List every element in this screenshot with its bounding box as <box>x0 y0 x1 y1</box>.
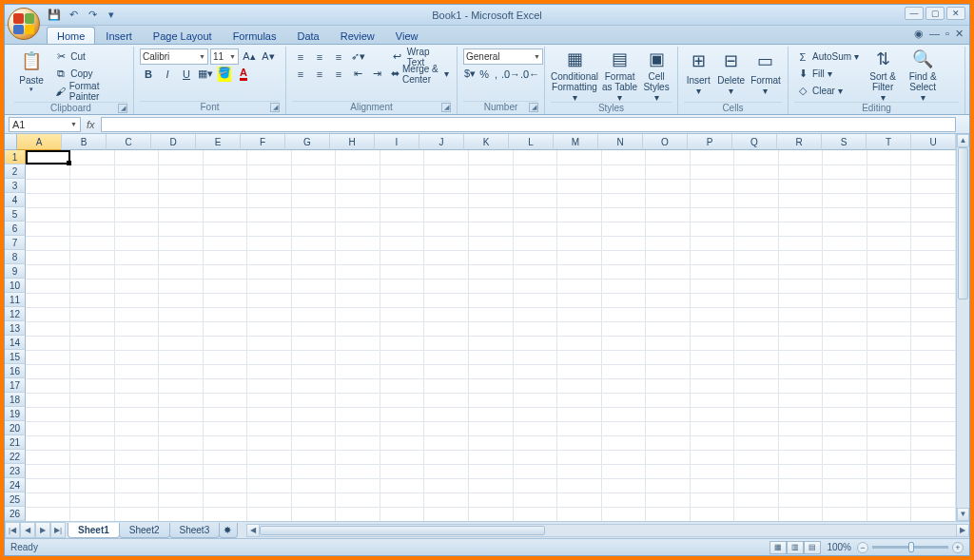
cell[interactable] <box>646 393 691 407</box>
column-header[interactable]: G <box>285 134 330 150</box>
cell[interactable] <box>203 222 247 236</box>
cell[interactable] <box>911 164 956 179</box>
cell[interactable] <box>247 193 292 207</box>
cell[interactable] <box>513 193 557 207</box>
cell[interactable] <box>911 350 956 364</box>
cell[interactable] <box>114 264 159 279</box>
cell[interactable] <box>513 250 557 264</box>
cell[interactable] <box>778 350 823 364</box>
cell[interactable] <box>646 492 691 507</box>
cell[interactable] <box>380 407 424 421</box>
cell[interactable] <box>646 179 691 193</box>
cell[interactable] <box>601 193 646 207</box>
cell[interactable] <box>911 307 956 321</box>
cell[interactable] <box>690 193 734 207</box>
cell[interactable] <box>601 264 646 279</box>
cell[interactable] <box>247 179 292 193</box>
cell[interactable] <box>867 478 911 492</box>
cell[interactable] <box>867 378 911 393</box>
cell[interactable] <box>513 378 557 393</box>
cell[interactable] <box>513 264 557 279</box>
cell[interactable] <box>468 350 513 364</box>
cell[interactable] <box>114 450 159 464</box>
format-painter-button[interactable]: 🖌Format Painter <box>52 83 127 99</box>
sheet-tab[interactable]: Sheet2 <box>119 523 170 538</box>
cell[interactable] <box>424 350 469 364</box>
vscroll-thumb[interactable] <box>958 147 968 299</box>
cell[interactable] <box>26 307 70 321</box>
cell[interactable] <box>823 150 867 164</box>
column-header[interactable]: D <box>151 134 196 150</box>
cell[interactable] <box>70 492 115 507</box>
tab-home[interactable]: Home <box>47 27 95 44</box>
cell[interactable] <box>70 250 115 264</box>
align-top-icon[interactable]: ≡ <box>292 48 309 65</box>
find-select-button[interactable]: 🔍Find & Select ▾ <box>905 48 941 102</box>
cell[interactable] <box>26 492 70 507</box>
cell[interactable] <box>26 193 70 207</box>
cell[interactable] <box>26 222 70 236</box>
italic-button[interactable]: I <box>159 66 176 82</box>
cell[interactable] <box>70 507 115 521</box>
column-header[interactable]: B <box>62 134 107 150</box>
cell[interactable] <box>159 450 204 464</box>
cell[interactable] <box>468 435 513 450</box>
cell[interactable] <box>601 478 646 492</box>
cell[interactable] <box>159 464 204 478</box>
cell[interactable] <box>646 378 691 393</box>
cell[interactable] <box>291 464 336 478</box>
cell[interactable] <box>336 492 380 507</box>
cell[interactable] <box>424 222 469 236</box>
cell[interactable] <box>734 435 779 450</box>
cell[interactable] <box>734 321 779 336</box>
cell[interactable] <box>601 421 646 435</box>
cell[interactable] <box>690 236 734 250</box>
cell[interactable] <box>159 421 204 435</box>
row-header[interactable]: 15 <box>5 350 26 364</box>
cell[interactable] <box>114 478 159 492</box>
cell[interactable] <box>291 407 336 421</box>
normal-view-icon[interactable]: ▦ <box>769 541 787 554</box>
cell[interactable] <box>911 378 956 393</box>
cell[interactable] <box>70 321 115 336</box>
cell[interactable] <box>336 236 380 250</box>
undo-icon[interactable]: ↶ <box>66 8 81 23</box>
cell[interactable] <box>911 321 956 336</box>
cell[interactable] <box>911 492 956 507</box>
cell[interactable] <box>513 336 557 350</box>
cell[interactable] <box>690 293 734 307</box>
cell[interactable] <box>70 421 115 435</box>
row-header[interactable]: 7 <box>5 236 26 250</box>
cell[interactable] <box>159 321 204 336</box>
cell[interactable] <box>336 450 380 464</box>
insert-cells-button[interactable]: ⊞Insert ▾ <box>684 48 712 102</box>
cell[interactable] <box>203 250 247 264</box>
cell[interactable] <box>291 364 336 378</box>
cell[interactable] <box>70 336 115 350</box>
cell[interactable] <box>468 207 513 222</box>
tab-page-layout[interactable]: Page Layout <box>143 27 223 44</box>
cell[interactable] <box>468 421 513 435</box>
cell[interactable] <box>734 336 779 350</box>
cell[interactable] <box>336 164 380 179</box>
cell[interactable] <box>424 236 469 250</box>
cut-button[interactable]: ✂Cut <box>52 48 127 65</box>
cell[interactable] <box>247 364 292 378</box>
cell[interactable] <box>336 421 380 435</box>
cell[interactable] <box>690 150 734 164</box>
cell[interactable] <box>734 179 779 193</box>
increase-indent-icon[interactable]: ⇥ <box>368 66 385 82</box>
tab-data[interactable]: Data <box>286 27 329 44</box>
column-header[interactable]: R <box>777 134 822 150</box>
cell[interactable] <box>778 378 823 393</box>
cell[interactable] <box>557 222 602 236</box>
cell[interactable] <box>778 179 823 193</box>
cell[interactable] <box>734 350 779 364</box>
cell[interactable] <box>159 307 204 321</box>
cell[interactable] <box>70 407 115 421</box>
cell[interactable] <box>867 421 911 435</box>
cell[interactable] <box>291 264 336 279</box>
tab-view[interactable]: View <box>385 27 429 44</box>
cell[interactable] <box>690 321 734 336</box>
cell[interactable] <box>734 393 779 407</box>
